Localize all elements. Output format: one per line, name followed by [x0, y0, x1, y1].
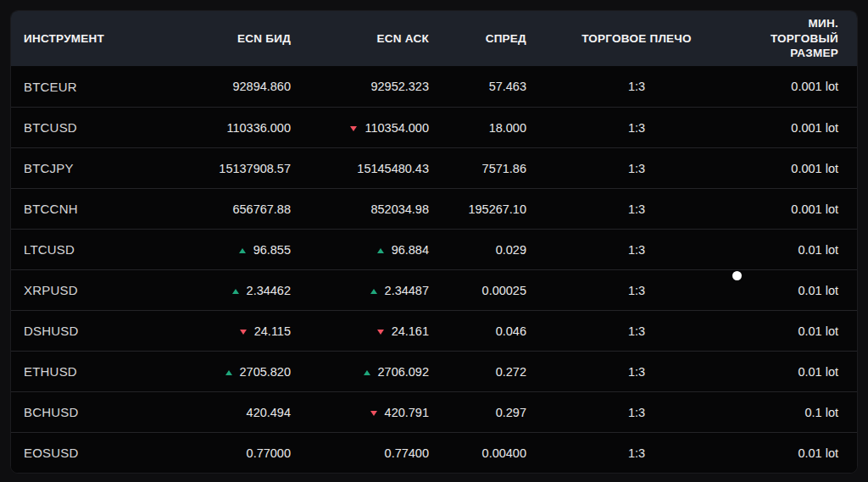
- price-trend-icon: [370, 289, 377, 294]
- spread-value: 18.000: [429, 121, 526, 135]
- ask-cell: 420.791: [291, 406, 429, 419]
- spread-value: 0.00025: [429, 284, 526, 297]
- bid-value: 0.77000: [247, 446, 291, 460]
- instrument-symbol: ETHUSD: [11, 364, 164, 379]
- page: { "colors": { "up": "#1fa77c", "down": "…: [0, 0, 868, 482]
- column-header-spread: СПРЕД: [429, 31, 526, 47]
- bid-value: 2.34462: [247, 284, 291, 297]
- bid-value: 110336.000: [226, 121, 291, 135]
- table-row[interactable]: BTCCNH 656767.88 852034.98 195267.10 1:3…: [11, 188, 857, 229]
- price-trend-icon: [225, 370, 232, 375]
- leverage-value: 1:3: [526, 80, 747, 93]
- leverage-value: 1:3: [526, 202, 747, 216]
- spread-value: 0.00400: [429, 446, 526, 460]
- price-trend-icon: [377, 248, 384, 253]
- bid-value: 420.494: [247, 406, 291, 419]
- min-size-value: 0.1 lot: [747, 406, 857, 419]
- ask-cell: 852034.98: [291, 202, 429, 216]
- ask-cell: 0.77400: [291, 446, 429, 460]
- min-size-value: 0.01 lot: [747, 284, 857, 297]
- bid-cell: 2.34462: [164, 284, 291, 297]
- ask-value: 2.34487: [385, 284, 429, 297]
- ask-value: 852034.98: [370, 202, 429, 216]
- table-row[interactable]: LTCUSD 96.855 96.884 0.029 1:3 0.01 lot: [11, 229, 857, 269]
- instruments-quote-table: ИНСТРУМЕНТ ECN БИД ECN АСК СПРЕД ТОРГОВО…: [10, 10, 858, 474]
- ask-value: 24.161: [392, 324, 429, 338]
- bid-value: 96.855: [253, 243, 291, 257]
- bid-cell: 420.494: [164, 406, 291, 419]
- column-header-ecn-ask: ECN АСК: [291, 31, 429, 47]
- leverage-value: 1:3: [526, 162, 747, 175]
- instrument-symbol: BTCJPY: [11, 161, 164, 175]
- column-header-instrument: ИНСТРУМЕНТ: [11, 31, 164, 47]
- leverage-value: 1:3: [526, 406, 747, 419]
- ask-value: 110354.000: [364, 121, 429, 135]
- bid-cell: 96.855: [164, 243, 291, 257]
- spread-value: 57.463: [429, 80, 526, 93]
- spread-value: 0.272: [429, 365, 526, 379]
- bid-cell: 24.115: [164, 324, 291, 338]
- table-row[interactable]: BTCEUR 92894.860 92952.323 57.463 1:3 0.…: [11, 66, 857, 107]
- column-header-leverage: ТОРГОВОЕ ПЛЕЧО: [526, 31, 747, 47]
- spread-value: 0.046: [429, 324, 526, 338]
- table-row[interactable]: BTCJPY 15137908.57 15145480.43 7571.86 1…: [11, 147, 857, 188]
- bid-value: 15137908.57: [219, 162, 291, 175]
- bid-value: 92894.860: [232, 80, 291, 93]
- leverage-value: 1:3: [526, 284, 747, 297]
- column-header-ecn-bid: ECN БИД: [164, 31, 291, 47]
- min-size-value: 0.01 lot: [747, 324, 857, 338]
- min-size-value: 0.01 lot: [747, 243, 857, 257]
- instrument-symbol: LTCUSD: [11, 242, 164, 257]
- spread-value: 0.297: [429, 406, 526, 419]
- price-trend-icon: [377, 330, 384, 335]
- bid-cell: 110336.000: [164, 121, 291, 135]
- instrument-symbol: BTCCNH: [11, 202, 164, 216]
- table-row[interactable]: BCHUSD 420.494 420.791 0.297 1:3 0.1 lot: [11, 391, 857, 432]
- bid-cell: 92894.860: [164, 80, 291, 93]
- bid-cell: 15137908.57: [164, 162, 291, 175]
- min-size-value: 0.001 lot: [747, 80, 857, 93]
- min-size-value: 0.001 lot: [747, 202, 857, 216]
- instrument-symbol: BTCEUR: [11, 80, 164, 94]
- table-body: BTCEUR 92894.860 92952.323 57.463 1:3 0.…: [11, 66, 857, 473]
- ask-cell: 24.161: [291, 324, 429, 338]
- min-size-value: 0.01 lot: [747, 365, 857, 379]
- leverage-value: 1:3: [526, 243, 747, 257]
- table-row[interactable]: BTCUSD 110336.000 110354.000 18.000 1:3 …: [11, 107, 857, 147]
- bid-value: 2705.820: [240, 365, 291, 379]
- ask-value: 15145480.43: [357, 162, 429, 175]
- ask-cell: 15145480.43: [291, 162, 429, 175]
- price-trend-icon: [240, 330, 247, 335]
- ask-cell: 2.34487: [291, 284, 429, 297]
- instrument-symbol: BTCUSD: [11, 120, 164, 135]
- ask-value: 0.77400: [385, 446, 429, 460]
- ask-value: 92952.323: [370, 80, 429, 93]
- bid-value: 24.115: [254, 324, 291, 338]
- cursor-dot: [732, 271, 742, 280]
- ask-cell: 96.884: [291, 243, 429, 257]
- table-row[interactable]: ETHUSD 2705.820 2706.092 0.272 1:3 0.01 …: [11, 351, 857, 391]
- spread-value: 7571.86: [429, 162, 526, 175]
- price-trend-icon: [232, 289, 239, 294]
- bid-value: 656767.88: [232, 202, 291, 216]
- table-row[interactable]: EOSUSD 0.77000 0.77400 0.00400 1:3 0.01 …: [11, 432, 857, 473]
- leverage-value: 1:3: [526, 324, 747, 338]
- ask-value: 420.791: [385, 406, 429, 419]
- bid-cell: 0.77000: [164, 446, 291, 460]
- table-row[interactable]: XRPUSD 2.34462 2.34487 0.00025 1:3 0.01 …: [11, 269, 857, 310]
- spread-value: 0.029: [429, 243, 526, 257]
- ask-cell: 2706.092: [291, 365, 429, 379]
- ask-value: 96.884: [392, 243, 429, 257]
- table-row[interactable]: DSHUSD 24.115 24.161 0.046 1:3 0.01 lot: [11, 310, 857, 351]
- price-trend-icon: [350, 126, 357, 131]
- price-trend-icon: [370, 411, 377, 416]
- min-size-value: 0.001 lot: [747, 162, 857, 175]
- ask-cell: 92952.323: [291, 80, 429, 93]
- bid-cell: 2705.820: [164, 365, 291, 379]
- ask-value: 2706.092: [378, 365, 429, 379]
- table-header-row: ИНСТРУМЕНТ ECN БИД ECN АСК СПРЕД ТОРГОВО…: [11, 11, 857, 66]
- min-size-value: 0.001 lot: [747, 121, 857, 135]
- column-header-min-size: МИН. ТОРГОВЫЙ РАЗМЕР: [747, 16, 857, 61]
- price-trend-icon: [239, 248, 246, 253]
- price-trend-icon: [364, 370, 370, 375]
